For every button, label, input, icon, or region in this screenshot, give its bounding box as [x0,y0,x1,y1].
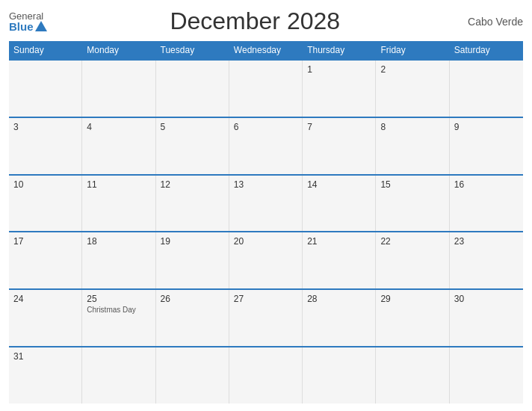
day-cell: 21 [303,232,376,288]
calendar-container: General Blue December 2028 Cabo Verde Su… [0,0,532,411]
day-number: 20 [234,236,297,247]
day-cell [156,61,229,117]
logo-general-text: General [9,11,43,21]
week-row-6: 31 [9,346,523,404]
day-number: 27 [234,294,297,304]
day-cell: 12 [156,176,229,232]
day-cell: 10 [9,176,82,232]
day-cell: 7 [303,118,376,174]
day-cell [229,61,303,117]
day-cell [82,347,155,404]
day-number: 11 [87,179,150,190]
day-cell [9,61,82,117]
day-cell [376,347,449,404]
day-headers-row: SundayMondayTuesdayWednesdayThursdayFrid… [9,41,523,59]
logo-triangle-icon [35,21,47,31]
day-number: 4 [87,122,150,132]
day-number: 10 [13,179,77,190]
week-row-1: 12 [9,59,523,117]
day-cell: 17 [9,232,82,288]
week-row-5: 2425Christmas Day2627282930 [9,288,523,346]
day-cell: 19 [156,232,229,288]
day-number: 2 [380,64,444,75]
week-row-3: 10111213141516 [9,174,523,232]
month-title: December 2028 [47,7,463,35]
day-cell: 24 [9,290,82,346]
day-cell [450,61,523,117]
day-header-monday: Monday [82,41,155,59]
day-number: 16 [454,179,519,190]
day-cell [229,347,303,404]
day-cell: 27 [229,290,303,346]
day-number: 25 [87,294,150,304]
day-number: 22 [380,236,444,247]
day-cell: 9 [450,118,523,174]
day-number: 12 [161,179,224,190]
day-number: 17 [13,236,77,247]
day-number: 21 [307,236,371,247]
holiday-label: Christmas Day [87,306,150,314]
day-cell: 26 [156,290,229,346]
day-number: 29 [380,294,444,304]
day-number: 9 [454,122,519,132]
day-cell: 3 [9,118,82,174]
country-label: Cabo Verde [463,16,523,28]
weeks-container: 1234567891011121314151617181920212223242… [9,59,523,404]
day-cell: 15 [376,176,449,232]
day-cell: 28 [303,290,376,346]
day-number: 23 [454,236,519,247]
day-number: 7 [307,122,371,132]
logo-blue-text: Blue [9,21,47,32]
day-cell: 13 [229,176,303,232]
day-cell: 11 [82,176,155,232]
day-number: 15 [380,179,444,190]
day-cell: 16 [450,176,523,232]
day-cell: 6 [229,118,303,174]
calendar-grid: SundayMondayTuesdayWednesdayThursdayFrid… [9,41,523,404]
day-number: 26 [161,294,224,304]
day-cell: 23 [450,232,523,288]
day-cell: 31 [9,347,82,404]
day-header-sunday: Sunday [9,41,82,59]
logo: General Blue [9,11,47,32]
day-cell: 29 [376,290,449,346]
day-cell [82,61,155,117]
day-header-friday: Friday [376,41,449,59]
day-number: 6 [234,122,297,132]
day-header-saturday: Saturday [450,41,523,59]
day-cell: 20 [229,232,303,288]
day-number: 28 [307,294,371,304]
day-cell [156,347,229,404]
day-cell: 14 [303,176,376,232]
day-cell: 22 [376,232,449,288]
day-number: 31 [13,351,77,362]
day-cell [303,347,376,404]
week-row-2: 3456789 [9,117,523,174]
day-cell: 25Christmas Day [82,290,155,346]
day-number: 13 [234,179,297,190]
day-number: 14 [307,179,371,190]
day-cell: 4 [82,118,155,174]
day-cell: 2 [376,61,449,117]
week-row-4: 17181920212223 [9,231,523,288]
day-number: 24 [13,294,77,304]
day-cell: 30 [450,290,523,346]
day-cell [450,347,523,404]
day-cell: 18 [82,232,155,288]
calendar-header: General Blue December 2028 Cabo Verde [9,7,523,35]
day-number: 3 [13,122,77,132]
day-number: 5 [161,122,224,132]
day-number: 19 [161,236,224,247]
day-header-wednesday: Wednesday [229,41,303,59]
day-header-tuesday: Tuesday [156,41,229,59]
day-number: 1 [307,64,371,75]
day-cell: 8 [376,118,449,174]
day-cell: 1 [303,61,376,117]
day-number: 8 [380,122,444,132]
day-number: 30 [454,294,519,304]
day-cell: 5 [156,118,229,174]
day-number: 18 [87,236,150,247]
day-header-thursday: Thursday [303,41,376,59]
